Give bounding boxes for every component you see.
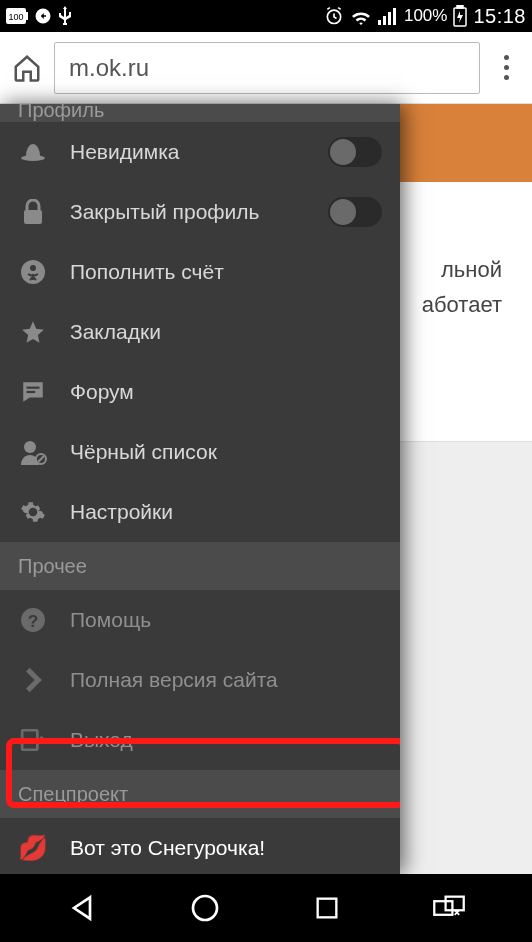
svg-rect-7 [393, 8, 396, 25]
alarm-icon [324, 6, 344, 26]
hat-icon [18, 142, 48, 162]
menu-help[interactable]: ? Помощь [0, 590, 400, 650]
toggle-invisible[interactable] [328, 137, 382, 167]
menu-label: Вот это Снегурочка! [70, 836, 265, 860]
menu-label: Форум [70, 380, 134, 404]
svg-rect-15 [27, 391, 36, 393]
logout-icon [18, 727, 48, 753]
android-nav-bar [0, 874, 532, 942]
url-text: m.ok.ru [69, 54, 149, 82]
svg-rect-6 [388, 12, 391, 25]
section-other: Прочее [0, 542, 400, 590]
menu-invisible[interactable]: Невидимка [0, 122, 400, 182]
menu-label: Невидимка [70, 140, 179, 164]
menu-blacklist[interactable]: Чёрный список [0, 422, 400, 482]
menu-label: Закладки [70, 320, 161, 344]
battery-small-icon: 100 [6, 8, 28, 24]
menu-label: Пополнить счёт [70, 260, 224, 284]
chat-icon [18, 379, 48, 405]
menu-forum[interactable]: Форум [0, 362, 400, 422]
menu-full-site[interactable]: Полная версия сайта [0, 650, 400, 710]
star-icon [18, 319, 48, 345]
svg-rect-4 [378, 20, 381, 25]
chevron-right-icon [18, 667, 48, 693]
wifi-icon [350, 7, 372, 25]
side-drawer: Профиль Невидимка Закрытый профиль Попол… [0, 104, 400, 874]
menu-label: Настройки [70, 500, 173, 524]
menu-label: Выход [70, 728, 133, 752]
svg-point-12 [21, 260, 45, 284]
menu-bookmarks[interactable]: Закладки [0, 302, 400, 362]
browser-menu-button[interactable] [492, 55, 520, 80]
svg-rect-9 [457, 5, 463, 8]
toggle-closed-profile[interactable] [328, 197, 382, 227]
svg-text:?: ? [28, 611, 39, 631]
help-icon: ? [18, 607, 48, 633]
battery-pct-label: 100% [404, 6, 447, 26]
svg-text:100: 100 [8, 12, 23, 22]
menu-snegurochka[interactable]: 💋 Вот это Снегурочка! [0, 818, 400, 874]
menu-label: Чёрный список [70, 440, 217, 464]
nav-home-button[interactable] [189, 892, 221, 924]
android-status-bar: 100 100% 15:18 [0, 0, 532, 32]
url-input[interactable]: m.ok.ru [54, 42, 480, 94]
svg-point-16 [24, 441, 36, 453]
clock-label: 15:18 [473, 5, 526, 28]
browser-toolbar: m.ok.ru [0, 32, 532, 104]
svg-rect-25 [446, 897, 464, 911]
sync-icon [34, 7, 52, 25]
user-blocked-icon [18, 439, 48, 465]
section-profile: Профиль [0, 104, 400, 122]
menu-label: Закрытый профиль [70, 200, 260, 224]
svg-point-22 [193, 896, 217, 920]
menu-logout[interactable]: Выход [0, 710, 400, 770]
svg-rect-23 [317, 899, 336, 918]
menu-settings[interactable]: Настройки [0, 482, 400, 542]
coin-ok-icon [18, 259, 48, 285]
menu-closed-profile[interactable]: Закрытый профиль [0, 182, 400, 242]
lips-icon: 💋 [18, 834, 48, 862]
svg-rect-11 [24, 210, 42, 224]
menu-label: Помощь [70, 608, 151, 632]
svg-rect-14 [27, 387, 40, 389]
nav-back-button[interactable] [66, 892, 98, 924]
battery-charging-icon [453, 5, 467, 27]
section-special: Спецпроект [0, 770, 400, 818]
svg-rect-1 [26, 12, 28, 20]
nav-switch-button[interactable] [432, 894, 466, 922]
svg-point-13 [30, 265, 36, 271]
nav-recent-button[interactable] [313, 894, 341, 922]
menu-label: Полная версия сайта [70, 668, 278, 692]
home-icon[interactable] [12, 53, 42, 83]
lock-icon [18, 199, 48, 225]
usb-icon [58, 6, 72, 26]
signal-icon [378, 7, 398, 25]
svg-rect-24 [435, 901, 453, 915]
gear-icon [18, 499, 48, 525]
menu-topup[interactable]: Пополнить счёт [0, 242, 400, 302]
svg-rect-5 [383, 16, 386, 25]
